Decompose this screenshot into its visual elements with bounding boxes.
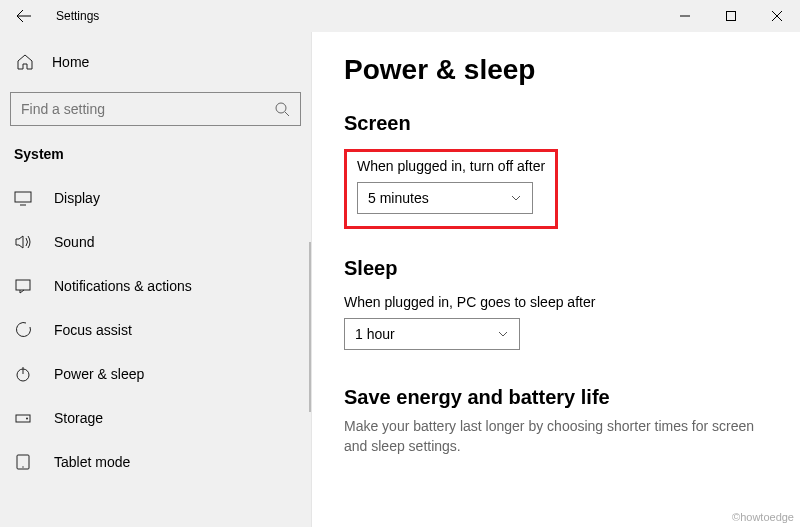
search-input[interactable]: [10, 92, 301, 126]
sleep-label: When plugged in, PC goes to sleep after: [344, 294, 768, 310]
main-content: Power & sleep Screen When plugged in, tu…: [312, 32, 800, 527]
nav-sound[interactable]: Sound: [0, 220, 311, 264]
screen-off-dropdown[interactable]: 5 minutes: [357, 182, 533, 214]
nav-tablet-mode[interactable]: Tablet mode: [0, 440, 311, 484]
sidebar: Home System Display Sound Notifications …: [0, 32, 312, 527]
svg-rect-3: [16, 280, 30, 290]
svg-point-1: [276, 103, 286, 113]
notifications-icon: [14, 277, 32, 295]
minimize-button[interactable]: [662, 0, 708, 32]
sidebar-section: System: [0, 138, 311, 176]
maximize-button[interactable]: [708, 0, 754, 32]
tablet-icon: [14, 453, 32, 471]
screen-heading: Screen: [344, 112, 768, 135]
nav-list: Display Sound Notifications & actions Fo…: [0, 176, 311, 484]
sound-icon: [14, 233, 32, 251]
svg-rect-2: [15, 192, 31, 202]
chevron-down-icon: [497, 328, 509, 340]
sleep-heading: Sleep: [344, 257, 768, 280]
search-icon: [274, 101, 290, 117]
dropdown-value: 5 minutes: [368, 190, 429, 206]
nav-label: Tablet mode: [54, 454, 130, 470]
sidebar-scrollbar[interactable]: [309, 242, 311, 412]
nav-label: Focus assist: [54, 322, 132, 338]
close-icon: [772, 11, 782, 21]
home-label: Home: [52, 54, 89, 70]
minimize-icon: [680, 11, 690, 21]
window-controls: [662, 0, 800, 32]
nav-label: Sound: [54, 234, 94, 250]
arrow-left-icon: [16, 8, 32, 24]
maximize-icon: [726, 11, 736, 21]
window-title: Settings: [48, 9, 99, 23]
svg-rect-0: [727, 12, 736, 21]
storage-icon: [14, 409, 32, 427]
svg-point-6: [26, 418, 28, 420]
dropdown-value: 1 hour: [355, 326, 395, 342]
title-bar: Settings: [0, 0, 800, 32]
search-field[interactable]: [21, 101, 274, 117]
tip-heading: Save energy and battery life: [344, 386, 768, 409]
svg-point-8: [22, 466, 23, 467]
home-icon: [16, 53, 34, 71]
nav-label: Power & sleep: [54, 366, 144, 382]
nav-label: Notifications & actions: [54, 278, 192, 294]
nav-label: Storage: [54, 410, 103, 426]
watermark: ©howtoedge: [732, 511, 794, 523]
nav-notifications[interactable]: Notifications & actions: [0, 264, 311, 308]
screen-off-label: When plugged in, turn off after: [357, 158, 545, 174]
close-button[interactable]: [754, 0, 800, 32]
home-button[interactable]: Home: [0, 40, 311, 84]
nav-label: Display: [54, 190, 100, 206]
chevron-down-icon: [510, 192, 522, 204]
nav-power-sleep[interactable]: Power & sleep: [0, 352, 311, 396]
nav-storage[interactable]: Storage: [0, 396, 311, 440]
display-icon: [14, 189, 32, 207]
highlight-box: When plugged in, turn off after 5 minute…: [344, 149, 558, 229]
sleep-dropdown[interactable]: 1 hour: [344, 318, 520, 350]
back-button[interactable]: [0, 0, 48, 32]
focus-icon: [14, 321, 32, 339]
power-icon: [14, 365, 32, 383]
nav-display[interactable]: Display: [0, 176, 311, 220]
nav-focus-assist[interactable]: Focus assist: [0, 308, 311, 352]
tip-body: Make your battery last longer by choosin…: [344, 417, 768, 456]
page-heading: Power & sleep: [344, 54, 768, 86]
